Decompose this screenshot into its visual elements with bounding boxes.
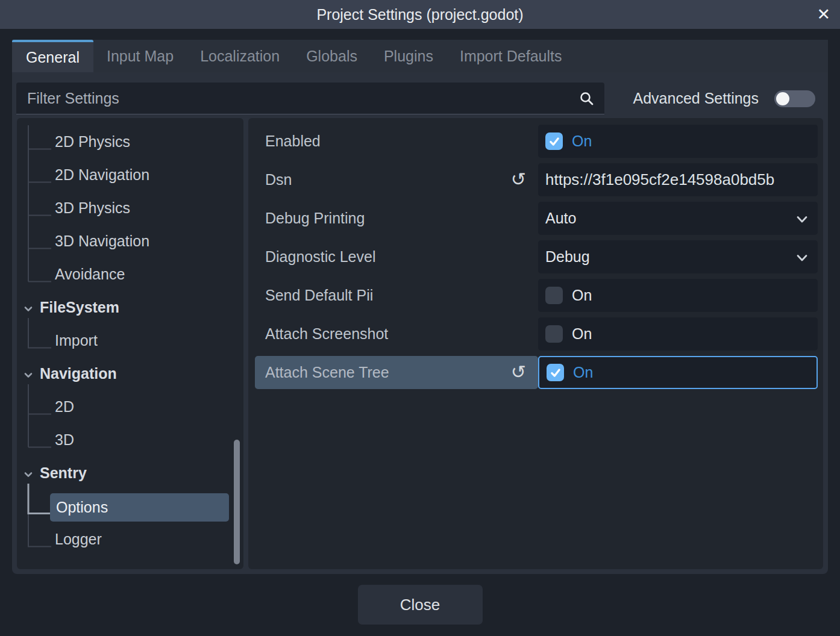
advanced-settings-toggle[interactable] bbox=[774, 90, 815, 107]
settings-panel: General Input Map Localization Globals P… bbox=[12, 40, 828, 574]
attach-screenshot-value-cell[interactable]: On bbox=[538, 317, 818, 351]
property-label: Dsn bbox=[265, 171, 292, 189]
sidebar-item-logger[interactable]: Logger bbox=[17, 531, 102, 548]
chevron-down-icon bbox=[24, 365, 33, 382]
dialog-footer: Close bbox=[0, 574, 840, 636]
sidebar-item-2d-navigation[interactable]: 2D Navigation bbox=[17, 166, 149, 184]
property-row-attach-screenshot: Attach Screenshot On bbox=[248, 317, 823, 351]
property-label: Enabled bbox=[265, 132, 321, 150]
checkbox-checked-icon[interactable] bbox=[545, 132, 563, 150]
sidebar-section-sentry[interactable]: Sentry bbox=[17, 464, 87, 482]
tab-localization[interactable]: Localization bbox=[187, 40, 293, 72]
checkbox-state-label: On bbox=[572, 325, 592, 343]
property-row-enabled: Enabled On bbox=[248, 125, 823, 158]
attach-scene-tree-value-cell-focused[interactable]: On bbox=[538, 356, 818, 389]
chevron-down-icon bbox=[796, 210, 808, 227]
tab-input-map[interactable]: Input Map bbox=[93, 40, 187, 72]
dsn-value: https://3f1e095cf2e14598a0bd5b bbox=[545, 170, 774, 189]
sidebar-item-3d-navigation[interactable]: 3D Navigation bbox=[17, 232, 149, 250]
property-label-cell: Debug Printing bbox=[248, 202, 538, 235]
enabled-value-cell[interactable]: On bbox=[538, 125, 818, 158]
tab-import-defaults[interactable]: Import Defaults bbox=[447, 40, 575, 72]
property-inspector: Enabled On Dsn ↺ https://3f1e095cf2e1459… bbox=[248, 118, 823, 569]
dropdown-value: Auto bbox=[545, 210, 576, 227]
debug-printing-dropdown[interactable]: Auto bbox=[538, 202, 818, 235]
dsn-text-field[interactable]: https://3f1e095cf2e14598a0bd5b bbox=[538, 163, 818, 196]
sidebar-item-2d-physics[interactable]: 2D Physics bbox=[17, 133, 130, 151]
property-row-attach-scene-tree: Attach Scene Tree ↺ On bbox=[248, 356, 823, 389]
send-default-pii-value-cell[interactable]: On bbox=[538, 279, 818, 312]
tab-globals[interactable]: Globals bbox=[293, 40, 371, 72]
revert-icon[interactable]: ↺ bbox=[511, 361, 526, 382]
property-label: Attach Screenshot bbox=[265, 325, 388, 343]
chevron-down-icon bbox=[796, 248, 808, 266]
dropdown-value: Debug bbox=[545, 248, 590, 266]
property-label: Attach Scene Tree bbox=[265, 364, 389, 381]
property-row-dsn: Dsn ↺ https://3f1e095cf2e14598a0bd5b bbox=[248, 163, 823, 196]
sidebar-section-navigation[interactable]: Navigation bbox=[17, 365, 117, 382]
chevron-down-icon bbox=[24, 464, 33, 482]
advanced-settings-label: Advanced Settings bbox=[633, 90, 759, 107]
property-label-cell: Dsn ↺ bbox=[248, 163, 538, 196]
checkbox-state-label: On bbox=[572, 132, 592, 150]
settings-tree: 2D Physics 2D Navigation 3D Physics 3D N… bbox=[17, 118, 243, 569]
window-titlebar: Project Settings (project.godot) ✕ bbox=[0, 0, 840, 29]
property-label-cell: Enabled bbox=[248, 125, 538, 158]
sidebar-item-nav-3d[interactable]: 3D bbox=[17, 431, 74, 449]
checkbox-unchecked-icon[interactable] bbox=[545, 287, 563, 304]
diagnostic-level-dropdown[interactable]: Debug bbox=[538, 240, 818, 273]
sidebar-section-filesystem[interactable]: FileSystem bbox=[17, 299, 119, 316]
checkbox-checked-icon[interactable] bbox=[547, 364, 564, 381]
filter-row: Advanced Settings bbox=[16, 83, 824, 114]
property-label-cell-highlighted[interactable]: Attach Scene Tree ↺ bbox=[255, 356, 538, 389]
sidebar-item-nav-2d[interactable]: 2D bbox=[17, 398, 74, 416]
property-label-cell: Attach Screenshot bbox=[248, 317, 538, 351]
tree-scrollbar-thumb[interactable] bbox=[234, 440, 240, 564]
property-label-cell: Diagnostic Level bbox=[248, 240, 538, 273]
toggle-knob bbox=[776, 92, 789, 105]
property-row-debug-printing: Debug Printing Auto bbox=[248, 202, 823, 235]
chevron-down-icon bbox=[24, 299, 33, 316]
search-icon bbox=[579, 91, 595, 109]
revert-icon[interactable]: ↺ bbox=[511, 169, 526, 190]
property-label: Diagnostic Level bbox=[265, 248, 375, 266]
sidebar-item-3d-physics[interactable]: 3D Physics bbox=[17, 199, 130, 217]
property-label-cell: Send Default Pii bbox=[248, 279, 538, 312]
property-label: Debug Printing bbox=[265, 210, 365, 227]
sidebar-item-options-selected[interactable]: Options bbox=[50, 493, 229, 522]
window-title: Project Settings (project.godot) bbox=[316, 6, 523, 23]
close-button[interactable]: Close bbox=[358, 585, 483, 625]
sidebar-item-import[interactable]: Import bbox=[17, 332, 98, 349]
property-label: Send Default Pii bbox=[265, 287, 373, 304]
filter-settings-input[interactable] bbox=[16, 83, 604, 114]
project-settings-dialog: Project Settings (project.godot) ✕ Gener… bbox=[0, 0, 840, 636]
checkbox-unchecked-icon[interactable] bbox=[545, 325, 563, 343]
property-row-send-default-pii: Send Default Pii On bbox=[248, 279, 823, 312]
checkbox-state-label: On bbox=[573, 364, 593, 381]
tab-general[interactable]: General bbox=[12, 40, 93, 72]
tab-plugins[interactable]: Plugins bbox=[371, 40, 447, 72]
checkbox-state-label: On bbox=[572, 287, 592, 304]
property-row-diagnostic-level: Diagnostic Level Debug bbox=[248, 240, 823, 273]
window-close-icon[interactable]: ✕ bbox=[816, 0, 830, 29]
tab-bar: General Input Map Localization Globals P… bbox=[12, 40, 828, 72]
sidebar-item-avoidance[interactable]: Avoidance bbox=[17, 266, 125, 283]
